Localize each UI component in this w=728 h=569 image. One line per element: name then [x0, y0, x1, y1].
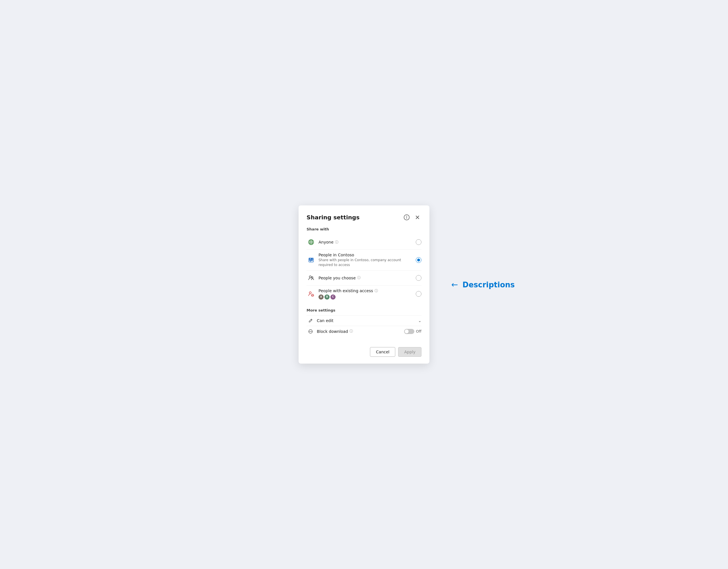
svg-line-24	[311, 320, 312, 320]
svg-rect-13	[310, 260, 310, 260]
option-anyone[interactable]: Anyone ⓘ	[307, 235, 421, 250]
chevron-down-icon: ⌄	[418, 319, 421, 323]
people-existing-icon	[307, 290, 316, 299]
option-contoso-content: People in Contoso Share with people in C…	[319, 252, 416, 267]
svg-rect-15	[312, 260, 313, 260]
toggle-track[interactable]	[404, 329, 414, 334]
option-people-choose[interactable]: People you choose ⓘ	[307, 270, 421, 286]
toggle-thumb	[405, 330, 409, 334]
option-anyone-radio[interactable]	[416, 239, 421, 245]
existing-avatars: A B C	[319, 295, 416, 300]
block-download-toggle[interactable]: Off	[404, 329, 421, 334]
info-icon	[404, 214, 410, 220]
share-options: Anyone ⓘ	[307, 235, 421, 303]
close-button[interactable]	[413, 213, 421, 221]
option-contoso-title: People in Contoso	[319, 252, 416, 257]
option-existing-access[interactable]: People with existing access ⓘ A B C	[307, 286, 421, 303]
people-choose-icon	[307, 273, 316, 282]
cancel-button[interactable]: Cancel	[370, 347, 395, 357]
annotation-wrapper: ← Descriptions	[451, 280, 515, 290]
annotation-arrow-icon: ←	[451, 280, 458, 290]
option-contoso[interactable]: People in Contoso Share with people in C…	[307, 250, 421, 270]
svg-rect-17	[311, 258, 312, 259]
svg-rect-16	[310, 258, 310, 259]
svg-rect-14	[311, 260, 312, 260]
people-choose-info-icon[interactable]: ⓘ	[357, 275, 361, 280]
page-wrapper: ← Descriptions Sharing settings	[0, 0, 728, 569]
toggle-label: Off	[416, 329, 421, 334]
sharing-settings-dialog: Sharing settings Share wit	[299, 205, 429, 364]
svg-point-2	[406, 216, 407, 216]
option-people-choose-radio[interactable]	[416, 275, 421, 281]
option-existing-content: People with existing access ⓘ A B C	[319, 289, 416, 300]
apply-button[interactable]: Apply	[398, 347, 421, 357]
globe-icon	[307, 237, 316, 247]
option-contoso-subtitle: Share with people in Contoso, company ac…	[319, 258, 416, 267]
block-download-info-icon[interactable]: ⓘ	[349, 329, 353, 334]
option-people-choose-title: People you choose ⓘ	[319, 275, 416, 280]
block-download-icon	[307, 329, 315, 334]
share-with-label: Share with	[307, 227, 421, 231]
option-existing-radio[interactable]	[416, 291, 421, 297]
svg-point-21	[309, 292, 311, 294]
block-download-label: Block download ⓘ	[317, 329, 404, 334]
avatar-2: B	[324, 295, 330, 300]
radio-selected-dot	[417, 258, 420, 261]
svg-point-20	[312, 276, 313, 278]
close-icon	[414, 214, 421, 220]
option-people-choose-content: People you choose ⓘ	[319, 275, 416, 280]
building-icon	[307, 255, 316, 264]
info-button[interactable]	[403, 213, 411, 221]
option-anyone-content: Anyone ⓘ	[319, 240, 416, 245]
more-settings-section: More settings Can edit ⌄	[307, 308, 421, 337]
dialog-footer: Cancel Apply	[307, 343, 421, 357]
edit-icon	[307, 319, 315, 323]
existing-info-icon[interactable]: ⓘ	[375, 289, 378, 293]
can-edit-label: Can edit	[317, 319, 418, 323]
avatar-3: C	[330, 295, 336, 300]
option-anyone-title: Anyone ⓘ	[319, 240, 416, 245]
more-settings-label: More settings	[307, 308, 421, 313]
anyone-info-icon[interactable]: ⓘ	[335, 240, 338, 245]
can-edit-action[interactable]: ⌄	[418, 319, 421, 323]
avatar-1: A	[319, 295, 324, 300]
block-download-action: Off	[404, 329, 421, 334]
svg-rect-18	[312, 258, 313, 259]
option-existing-title: People with existing access ⓘ	[319, 289, 416, 293]
option-contoso-radio[interactable]	[416, 257, 421, 263]
block-download-row: Block download ⓘ Off	[307, 326, 421, 337]
dialog-header-icons	[403, 213, 421, 221]
dialog-title: Sharing settings	[307, 214, 359, 221]
can-edit-row[interactable]: Can edit ⌄	[307, 315, 421, 326]
annotation-text: Descriptions	[462, 280, 515, 289]
dialog-header: Sharing settings	[307, 213, 421, 221]
svg-point-19	[309, 276, 311, 278]
